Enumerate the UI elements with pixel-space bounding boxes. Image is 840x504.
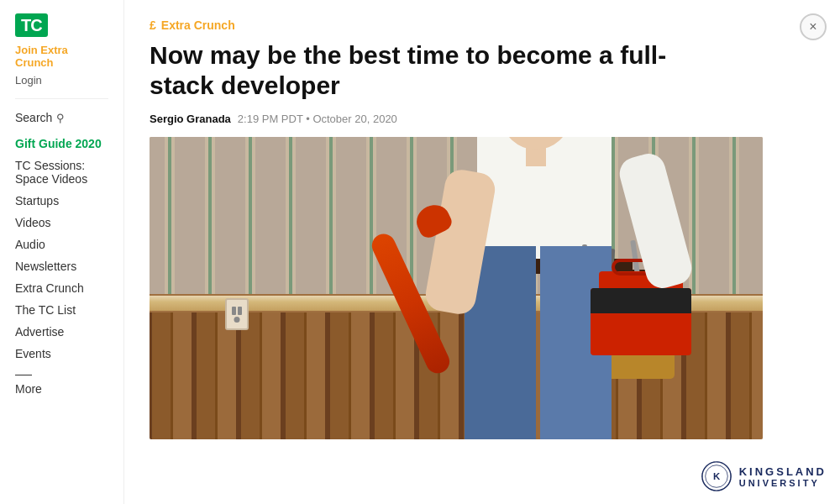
search-icon: ⚲ <box>56 112 65 124</box>
wall-outlet <box>225 298 249 330</box>
kingsland-name: KINGSLAND <box>739 465 827 478</box>
sidebar-separator <box>15 375 32 375</box>
person-figure <box>427 137 696 439</box>
outlet-slot-left <box>232 307 236 315</box>
outlet-slot-right <box>238 307 242 315</box>
sidebar-item-tc-list[interactable]: The TC List <box>15 299 108 321</box>
sidebar-divider-top <box>15 98 108 99</box>
extra-crunch-bar: £ Extra Crunch <box>150 18 815 32</box>
sidebar-item-newsletters[interactable]: Newsletters <box>15 255 108 277</box>
sidebar-item-advertise[interactable]: Advertise <box>15 321 108 343</box>
sidebar-item-events[interactable]: Events <box>15 343 108 365</box>
login-link[interactable]: Login <box>15 74 108 87</box>
more-label[interactable]: More <box>15 382 108 396</box>
sidebar-item-startups[interactable]: Startups <box>15 190 108 212</box>
tc-logo[interactable]: TC <box>15 13 48 37</box>
sidebar-item-extra-crunch[interactable]: Extra Crunch <box>15 277 108 299</box>
toolbox <box>591 288 691 355</box>
sidebar-item-videos[interactable]: Videos <box>15 212 108 234</box>
article-title: Now may be the best time to become a ful… <box>150 40 721 101</box>
kingsland-seal-icon: K <box>701 460 732 492</box>
extra-crunch-link[interactable]: Extra Crunch <box>161 18 235 32</box>
sidebar-item-audio[interactable]: Audio <box>15 234 108 255</box>
article-meta: Sergio Granada 2:19 PM PDT • October 20,… <box>150 113 815 125</box>
extra-crunch-icon: £ <box>150 18 156 32</box>
sidebar: TC Join Extra Crunch Login Search ⚲ Gift… <box>0 0 124 504</box>
outlet-ground-hole <box>234 317 240 323</box>
main-content: £ Extra Crunch Now may be the best time … <box>124 0 840 504</box>
image-background <box>150 137 763 439</box>
join-extra-crunch-link[interactable]: Join Extra Crunch <box>15 44 108 69</box>
svg-text:K: K <box>713 471 721 481</box>
kingsland-text: KINGSLAND UNIVERSITY <box>739 465 827 488</box>
article-image <box>150 137 763 439</box>
kingsland-subtitle: UNIVERSITY <box>739 478 827 488</box>
kingsland-watermark: K KINGSLAND UNIVERSITY <box>701 460 827 492</box>
search-label: Search <box>15 111 52 124</box>
logo-area: TC Join Extra Crunch Login <box>15 13 108 87</box>
sidebar-item-tc-sessions[interactable]: TC Sessions:Space Videos <box>15 155 108 190</box>
close-button[interactable]: × <box>800 13 827 40</box>
search-row[interactable]: Search ⚲ <box>15 111 108 124</box>
sidebar-item-gift-guide[interactable]: Gift Guide 2020 <box>15 133 108 155</box>
author-name: Sergio Granada <box>150 113 231 125</box>
article-date: 2:19 PM PDT • October 20, 2020 <box>238 113 397 125</box>
